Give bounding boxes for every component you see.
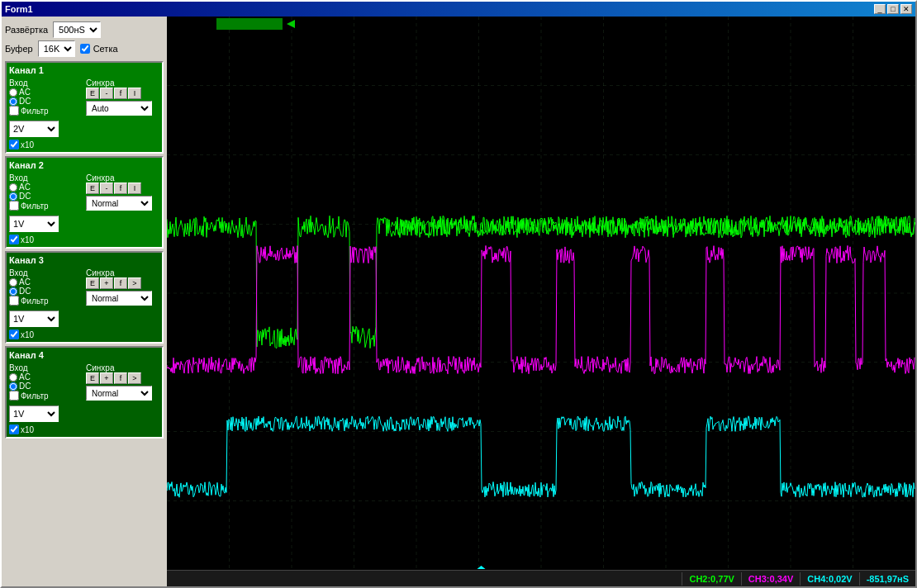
channel1-filter-checkbox[interactable]: [9, 106, 19, 116]
channel4-panel: Канал 4 Вход AC DC: [5, 346, 164, 439]
channel2-dc-radio[interactable]: [9, 192, 17, 201]
channel4-ac-label: AC: [19, 372, 31, 382]
channel1-ac-radio[interactable]: [9, 88, 17, 97]
channel1-panel: Канал 1 Вход AC DC: [5, 61, 164, 154]
channel1-sync-minus[interactable]: -: [100, 88, 113, 99]
channel4-filter-checkbox[interactable]: [9, 391, 19, 401]
channel4-sync-buttons: E + f >: [86, 372, 159, 384]
channel1-x10-checkbox[interactable]: [9, 140, 19, 149]
channel1-sync-i[interactable]: I: [128, 88, 141, 99]
sweep-select[interactable]: 500нS: [53, 21, 101, 38]
channel1-sync-e[interactable]: E: [86, 88, 99, 99]
channel2-x10-row: x10: [9, 235, 159, 244]
channel1-dc-label: DC: [19, 97, 31, 106]
channel3-sync-buttons: E + f >: [86, 277, 159, 289]
channel1-input-group: Вход AC DC Фильтр: [9, 78, 83, 116]
status-ch4: CH4:0,02V: [800, 572, 858, 586]
channel1-x10-label: x10: [21, 140, 34, 149]
channel2-sync-minus[interactable]: -: [100, 183, 113, 194]
maximize-button[interactable]: □: [887, 4, 899, 14]
channel2-input-label: Вход: [9, 173, 83, 183]
channel4-x10-checkbox[interactable]: [9, 424, 19, 434]
channel3-input-group: Вход AC DC Фильтр: [9, 268, 83, 306]
channel3-input-label: Вход: [9, 268, 83, 277]
channel2-filter-label: Фильтр: [21, 202, 49, 211]
channel4-sync-e[interactable]: E: [86, 372, 99, 384]
channel1-ac-label: AC: [19, 88, 31, 97]
channel1-dc-row: DC: [9, 97, 83, 106]
channel3-dc-label: DC: [19, 287, 31, 296]
minimize-button[interactable]: _: [874, 4, 886, 14]
channel3-volt-select[interactable]: 1V: [9, 311, 59, 327]
channel4-volt-select[interactable]: 1V: [9, 405, 59, 422]
channel2-volt-select[interactable]: 1V: [9, 216, 59, 232]
channel1-volt-select[interactable]: 2V: [9, 121, 59, 137]
channel2-ac-label: AC: [19, 183, 31, 192]
channel3-ac-radio[interactable]: [9, 278, 17, 287]
channel4-dc-radio[interactable]: [9, 382, 17, 391]
channel2-sync-f[interactable]: f: [114, 183, 127, 194]
channel4-sync-label: Синхра: [86, 363, 159, 372]
channel2-dc-label: DC: [19, 192, 31, 201]
channel1-filter-label: Фильтр: [21, 107, 49, 116]
channel1-sync-group: Синхра E - f I Auto Normal: [86, 78, 159, 116]
window-controls: _ □ ✕: [874, 4, 912, 14]
channel3-filter-row: Фильтр: [9, 296, 83, 306]
channel3-dc-radio[interactable]: [9, 287, 17, 296]
channel3-inner: Вход AC DC Фильтр: [9, 268, 159, 306]
channel3-panel: Канал 3 Вход AC DC: [5, 251, 164, 344]
channel4-input-group: Вход AC DC Фильтр: [9, 363, 83, 401]
channel3-x10-checkbox[interactable]: [9, 330, 19, 339]
channel2-sync-mode-select[interactable]: Normal Auto: [86, 196, 152, 211]
channel4-sync-group: Синхра E + f > Normal Auto: [86, 363, 159, 401]
channel2-ac-radio[interactable]: [9, 183, 17, 192]
channel3-filter-checkbox[interactable]: [9, 296, 19, 306]
channel4-sync-plus[interactable]: +: [100, 372, 113, 384]
channel4-inner: Вход AC DC Фильтр: [9, 363, 159, 401]
channel4-dc-row: DC: [9, 382, 83, 391]
channel2-dc-row: DC: [9, 192, 83, 201]
channel4-ac-row: AC: [9, 372, 83, 382]
top-controls: Развёртка 500нS Буфер 16K Сетка: [5, 20, 164, 59]
channel1-sync-label: Синхра: [86, 78, 159, 88]
buffer-select[interactable]: 16K: [38, 40, 75, 57]
channel1-filter-row: Фильтр: [9, 106, 83, 116]
channel2-x10-checkbox[interactable]: [9, 235, 19, 244]
channel4-sync-mode-select[interactable]: Normal Auto: [86, 386, 152, 401]
channel1-inner: Вход AC DC Фильтр: [9, 78, 159, 116]
channel3-ac-row: AC: [9, 277, 83, 287]
channel3-sync-plus[interactable]: +: [100, 277, 113, 289]
channel2-panel: Канал 2 Вход AC DC: [5, 156, 164, 249]
channel3-sync-f[interactable]: f: [114, 277, 127, 289]
buffer-label: Буфер: [5, 44, 33, 54]
close-button[interactable]: ✕: [900, 4, 912, 14]
channel1-sync-mode-select[interactable]: Auto Normal: [86, 101, 152, 116]
channel2-title: Канал 2: [9, 160, 159, 170]
channel4-sync-f[interactable]: f: [114, 372, 127, 384]
channel1-dc-radio[interactable]: [9, 97, 17, 106]
buffer-row: Буфер 16K Сетка: [5, 40, 164, 57]
channel4-ac-radio[interactable]: [9, 373, 17, 382]
channel4-sync-gt[interactable]: >: [128, 372, 141, 384]
channel2-sync-group: Синхра E - f I Normal Auto: [86, 173, 159, 211]
channel2-input-group: Вход AC DC Фильтр: [9, 173, 83, 211]
grid-checkbox-row: Сетка: [80, 44, 118, 54]
channel3-sync-e[interactable]: E: [86, 277, 99, 289]
main-content: Развёртка 500нS Буфер 16K Сетка: [2, 17, 915, 586]
oscilloscope-display[interactable]: [167, 17, 915, 570]
channel2-sync-e[interactable]: E: [86, 183, 99, 194]
channel2-inner: Вход AC DC Фильтр: [9, 173, 159, 211]
channel1-ac-row: AC: [9, 88, 83, 97]
channel1-title: Канал 1: [9, 65, 159, 75]
channel2-sync-buttons: E - f I: [86, 183, 159, 194]
channel4-x10-label: x10: [21, 425, 34, 434]
channel2-sync-i[interactable]: I: [128, 183, 141, 194]
channel3-sync-gt[interactable]: >: [128, 277, 141, 289]
channel1-sync-f[interactable]: f: [114, 88, 127, 99]
status-time: -851,97нS: [859, 572, 915, 586]
left-panel: Развёртка 500нS Буфер 16K Сетка: [2, 17, 167, 586]
grid-checkbox[interactable]: [80, 44, 90, 54]
channel2-filter-checkbox[interactable]: [9, 201, 19, 211]
channel3-sync-mode-select[interactable]: Normal Auto: [86, 291, 152, 306]
oscilloscope-wrapper: CH2:0,77V CH3:0,34V CH4:0,02V -851,97нS: [167, 17, 915, 586]
